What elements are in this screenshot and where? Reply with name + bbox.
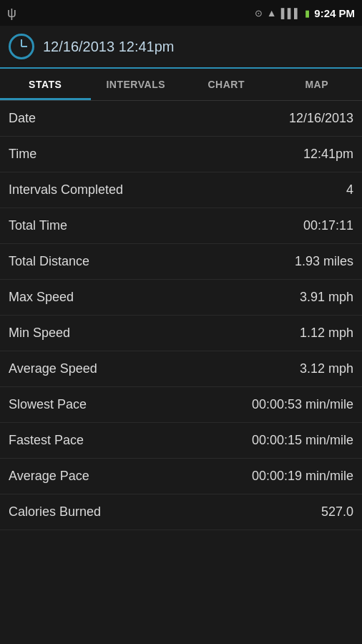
tab-chart[interactable]: CHART	[181, 69, 272, 100]
tab-bar: STATS INTERVALS CHART MAP	[0, 69, 362, 101]
table-row: Calories Burned527.0	[0, 494, 362, 530]
battery-icon: ▮	[305, 8, 310, 19]
app-icon	[9, 34, 34, 59]
stat-label: Calories Burned	[9, 504, 101, 519]
stat-label: Min Speed	[9, 326, 70, 341]
table-row: Time12:41pm	[0, 137, 362, 172]
status-time: 9:24 PM	[314, 7, 355, 19]
stat-value: 4	[346, 182, 353, 197]
table-row: Max Speed3.91 mph	[0, 280, 362, 316]
tab-stats[interactable]: STATS	[0, 69, 91, 100]
table-row: Total Distance1.93 miles	[0, 244, 362, 280]
stat-value: 12:41pm	[303, 147, 353, 162]
table-row: Intervals Completed4	[0, 172, 362, 208]
stat-value: 1.93 miles	[295, 254, 353, 269]
table-row: Average Pace00:00:19 min/mile	[0, 459, 362, 494]
stats-table: Date12/16/2013Time12:41pmIntervals Compl…	[0, 101, 362, 530]
table-row: Fastest Pace00:00:15 min/mile	[0, 423, 362, 459]
signal-icon: ▌▌▌	[281, 8, 301, 19]
stat-label: Average Pace	[9, 469, 89, 484]
tab-intervals[interactable]: INTERVALS	[91, 69, 182, 100]
stat-label: Time	[9, 147, 36, 162]
table-row: Slowest Pace00:00:53 min/mile	[0, 387, 362, 423]
stat-label: Date	[9, 111, 36, 126]
stat-value: 00:17:11	[303, 218, 353, 233]
wifi-icon: ▲	[267, 7, 277, 19]
stat-label: Total Time	[9, 218, 67, 233]
stat-value: 12/16/2013	[289, 111, 353, 126]
stat-label: Slowest Pace	[9, 397, 87, 412]
stat-value: 00:00:15 min/mile	[252, 433, 353, 448]
stat-value: 527.0	[321, 504, 353, 519]
stat-value: 1.12 mph	[300, 326, 353, 341]
usb-icon: ψ	[7, 6, 16, 21]
status-right: ⊙ ▲ ▌▌▌ ▮ 9:24 PM	[255, 7, 355, 19]
stat-value: 00:00:19 min/mile	[252, 469, 353, 484]
sync-icon: ⊙	[255, 8, 263, 19]
stat-label: Max Speed	[9, 290, 74, 305]
table-row: Total Time00:17:11	[0, 208, 362, 244]
table-row: Date12/16/2013	[0, 101, 362, 137]
table-row: Min Speed1.12 mph	[0, 316, 362, 351]
stat-label: Intervals Completed	[9, 182, 123, 197]
header-title: 12/16/2013 12:41pm	[43, 39, 175, 55]
tab-map[interactable]: MAP	[272, 69, 363, 100]
stat-label: Fastest Pace	[9, 433, 84, 448]
stat-value: 00:00:53 min/mile	[252, 397, 353, 412]
header: 12/16/2013 12:41pm	[0, 26, 362, 69]
stat-label: Total Distance	[9, 254, 89, 269]
status-bar: ψ ⊙ ▲ ▌▌▌ ▮ 9:24 PM	[0, 0, 362, 26]
table-row: Average Speed3.12 mph	[0, 351, 362, 387]
status-left: ψ	[7, 6, 16, 21]
stat-label: Average Speed	[9, 361, 97, 376]
stat-value: 3.12 mph	[300, 361, 353, 376]
stat-value: 3.91 mph	[300, 290, 353, 305]
